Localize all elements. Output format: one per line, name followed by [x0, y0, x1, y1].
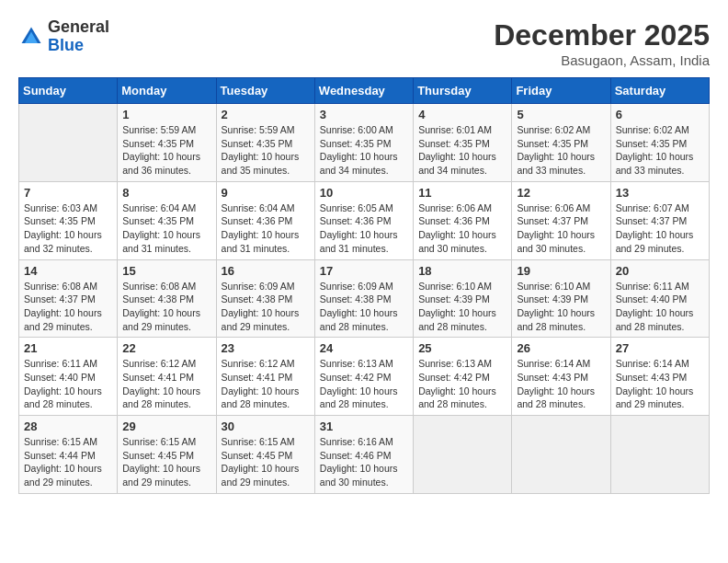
calendar-cell: 22Sunrise: 6:12 AMSunset: 4:41 PMDayligh…	[118, 338, 216, 416]
calendar-cell: 13Sunrise: 6:07 AMSunset: 4:37 PMDayligh…	[610, 181, 709, 259]
day-info: Sunrise: 6:02 AMSunset: 4:35 PMDaylight:…	[616, 123, 704, 178]
calendar-cell: 31Sunrise: 6:16 AMSunset: 4:46 PMDayligh…	[314, 416, 413, 494]
calendar-week-row: 7Sunrise: 6:03 AMSunset: 4:35 PMDaylight…	[19, 181, 710, 259]
calendar-cell: 6Sunrise: 6:02 AMSunset: 4:35 PMDaylight…	[610, 104, 709, 182]
page-header: General Blue December 2025 Basugaon, Ass…	[18, 18, 710, 68]
day-number: 7	[24, 186, 112, 200]
calendar-cell: 4Sunrise: 6:01 AMSunset: 4:35 PMDaylight…	[414, 104, 512, 182]
day-number: 6	[616, 108, 704, 121]
calendar-cell: 5Sunrise: 6:02 AMSunset: 4:35 PMDaylight…	[512, 104, 610, 182]
calendar-week-row: 14Sunrise: 6:08 AMSunset: 4:37 PMDayligh…	[19, 259, 710, 338]
location: Basugaon, Assam, India	[494, 52, 710, 68]
day-info: Sunrise: 5:59 AMSunset: 4:35 PMDaylight:…	[222, 123, 310, 178]
day-number: 13	[616, 186, 704, 200]
day-of-week-header: Sunday	[19, 78, 118, 104]
calendar-cell: 9Sunrise: 6:04 AMSunset: 4:36 PMDaylight…	[216, 181, 314, 259]
day-number: 3	[320, 108, 408, 121]
day-info: Sunrise: 6:01 AMSunset: 4:35 PMDaylight:…	[418, 123, 506, 178]
day-info: Sunrise: 6:04 AMSunset: 4:36 PMDaylight:…	[222, 201, 310, 256]
day-info: Sunrise: 6:16 AMSunset: 4:46 PMDaylight:…	[320, 435, 408, 489]
day-info: Sunrise: 6:13 AMSunset: 4:42 PMDaylight:…	[320, 357, 408, 411]
day-number: 24	[320, 341, 408, 355]
day-info: Sunrise: 6:13 AMSunset: 4:42 PMDaylight:…	[418, 357, 506, 411]
calendar-cell: 19Sunrise: 6:10 AMSunset: 4:39 PMDayligh…	[512, 259, 610, 338]
day-info: Sunrise: 6:09 AMSunset: 4:38 PMDaylight:…	[222, 280, 310, 334]
calendar-cell: 24Sunrise: 6:13 AMSunset: 4:42 PMDayligh…	[314, 338, 413, 416]
calendar-cell: 15Sunrise: 6:08 AMSunset: 4:38 PMDayligh…	[118, 259, 216, 338]
day-of-week-header: Wednesday	[314, 78, 413, 104]
day-number: 26	[517, 341, 605, 355]
day-number: 16	[222, 264, 310, 278]
day-info: Sunrise: 6:12 AMSunset: 4:41 PMDaylight:…	[222, 357, 310, 411]
calendar-cell: 14Sunrise: 6:08 AMSunset: 4:37 PMDayligh…	[19, 259, 118, 338]
calendar-week-row: 28Sunrise: 6:15 AMSunset: 4:44 PMDayligh…	[19, 416, 710, 494]
day-info: Sunrise: 6:03 AMSunset: 4:35 PMDaylight:…	[24, 201, 112, 256]
day-number: 25	[418, 341, 506, 355]
day-number: 11	[418, 186, 506, 200]
logo: General Blue	[18, 18, 109, 55]
calendar-cell: 23Sunrise: 6:12 AMSunset: 4:41 PMDayligh…	[216, 338, 314, 416]
calendar-cell: 11Sunrise: 6:06 AMSunset: 4:36 PMDayligh…	[414, 181, 512, 259]
day-info: Sunrise: 6:04 AMSunset: 4:35 PMDaylight:…	[122, 201, 210, 256]
calendar-table: SundayMondayTuesdayWednesdayThursdayFrid…	[18, 77, 710, 494]
calendar-cell: 1Sunrise: 5:59 AMSunset: 4:35 PMDaylight…	[118, 104, 216, 182]
calendar-cell: 7Sunrise: 6:03 AMSunset: 4:35 PMDaylight…	[19, 181, 118, 259]
calendar-cell	[19, 104, 118, 182]
day-info: Sunrise: 6:06 AMSunset: 4:37 PMDaylight:…	[517, 201, 605, 256]
day-number: 23	[222, 341, 310, 355]
calendar-cell: 8Sunrise: 6:04 AMSunset: 4:35 PMDaylight…	[118, 181, 216, 259]
day-number: 15	[122, 264, 210, 278]
logo-text: General Blue	[48, 18, 109, 55]
calendar-cell: 26Sunrise: 6:14 AMSunset: 4:43 PMDayligh…	[512, 338, 610, 416]
day-number: 31	[320, 419, 408, 433]
calendar-week-row: 1Sunrise: 5:59 AMSunset: 4:35 PMDaylight…	[19, 104, 710, 182]
day-number: 10	[320, 186, 408, 200]
day-number: 12	[517, 186, 605, 200]
calendar-cell: 18Sunrise: 6:10 AMSunset: 4:39 PMDayligh…	[414, 259, 512, 338]
day-number: 29	[122, 419, 210, 433]
day-number: 5	[517, 108, 605, 121]
day-number: 18	[418, 264, 506, 278]
calendar-cell: 25Sunrise: 6:13 AMSunset: 4:42 PMDayligh…	[414, 338, 512, 416]
calendar-cell: 29Sunrise: 6:15 AMSunset: 4:45 PMDayligh…	[118, 416, 216, 494]
day-info: Sunrise: 6:14 AMSunset: 4:43 PMDaylight:…	[517, 357, 605, 411]
calendar-cell: 2Sunrise: 5:59 AMSunset: 4:35 PMDaylight…	[216, 104, 314, 182]
day-of-week-header: Saturday	[610, 78, 709, 104]
day-info: Sunrise: 6:10 AMSunset: 4:39 PMDaylight:…	[517, 280, 605, 334]
day-info: Sunrise: 6:12 AMSunset: 4:41 PMDaylight:…	[122, 357, 210, 411]
day-info: Sunrise: 6:15 AMSunset: 4:45 PMDaylight:…	[122, 435, 210, 489]
day-info: Sunrise: 6:15 AMSunset: 4:45 PMDaylight:…	[222, 435, 310, 489]
month-title: December 2025	[494, 18, 710, 52]
day-info: Sunrise: 6:02 AMSunset: 4:35 PMDaylight:…	[517, 123, 605, 178]
calendar-cell: 28Sunrise: 6:15 AMSunset: 4:44 PMDayligh…	[19, 416, 118, 494]
day-number: 21	[24, 341, 112, 355]
day-info: Sunrise: 6:00 AMSunset: 4:35 PMDaylight:…	[320, 123, 408, 178]
calendar-cell: 21Sunrise: 6:11 AMSunset: 4:40 PMDayligh…	[19, 338, 118, 416]
day-number: 28	[24, 419, 112, 433]
day-number: 20	[616, 264, 704, 278]
calendar-cell: 3Sunrise: 6:00 AMSunset: 4:35 PMDaylight…	[314, 104, 413, 182]
day-of-week-header: Friday	[512, 78, 610, 104]
calendar-cell: 27Sunrise: 6:14 AMSunset: 4:43 PMDayligh…	[610, 338, 709, 416]
day-info: Sunrise: 6:08 AMSunset: 4:38 PMDaylight:…	[122, 280, 210, 334]
day-info: Sunrise: 6:14 AMSunset: 4:43 PMDaylight:…	[616, 357, 704, 411]
calendar-cell	[610, 416, 709, 494]
day-info: Sunrise: 6:08 AMSunset: 4:37 PMDaylight:…	[24, 280, 112, 334]
day-info: Sunrise: 6:07 AMSunset: 4:37 PMDaylight:…	[616, 201, 704, 256]
day-of-week-header: Monday	[118, 78, 216, 104]
day-number: 27	[616, 341, 704, 355]
calendar-cell	[512, 416, 610, 494]
day-number: 22	[122, 341, 210, 355]
title-block: December 2025 Basugaon, Assam, India	[494, 18, 710, 68]
day-number: 2	[222, 108, 310, 121]
calendar-cell: 20Sunrise: 6:11 AMSunset: 4:40 PMDayligh…	[610, 259, 709, 338]
day-info: Sunrise: 5:59 AMSunset: 4:35 PMDaylight:…	[122, 123, 210, 178]
calendar-cell: 30Sunrise: 6:15 AMSunset: 4:45 PMDayligh…	[216, 416, 314, 494]
day-number: 4	[418, 108, 506, 121]
day-info: Sunrise: 6:11 AMSunset: 4:40 PMDaylight:…	[24, 357, 112, 411]
day-of-week-header: Thursday	[414, 78, 512, 104]
day-info: Sunrise: 6:06 AMSunset: 4:36 PMDaylight:…	[418, 201, 506, 256]
logo-icon	[18, 24, 44, 50]
calendar-cell: 16Sunrise: 6:09 AMSunset: 4:38 PMDayligh…	[216, 259, 314, 338]
day-number: 19	[517, 264, 605, 278]
